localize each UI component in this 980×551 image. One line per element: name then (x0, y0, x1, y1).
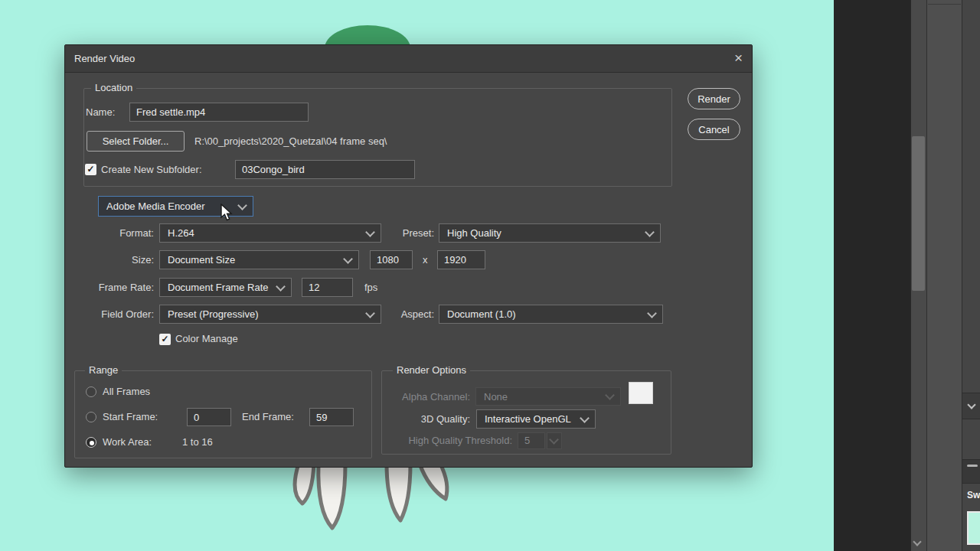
dialog-titlebar[interactable]: Render Video (65, 45, 752, 73)
subfolder-name-input[interactable]: 03Congo_bird (235, 160, 415, 179)
all-frames-label: All Frames (103, 382, 150, 401)
chevron-down-icon (645, 227, 655, 237)
field-order-select[interactable]: Preset (Progressive) (159, 305, 381, 324)
render-button[interactable]: Render (688, 88, 740, 109)
name-input[interactable]: Fred settle.mp4 (129, 103, 309, 122)
aspect-label: Aspect: (379, 305, 434, 324)
all-frames-radio[interactable] (86, 386, 96, 397)
aspect-select[interactable]: Document (1.0) (439, 305, 663, 324)
work-area-label: Work Area: (103, 432, 152, 452)
swatches-panel-label: Sw (967, 490, 980, 500)
field-order-label: Field Order: (83, 305, 154, 324)
render-options-legend: Render Options (393, 365, 470, 376)
fps-input[interactable]: 12 (302, 278, 353, 297)
vertical-scrollbar-thumb[interactable] (912, 136, 925, 291)
render-video-dialog: Render Video × Render Cancel Location Na… (64, 44, 753, 468)
start-frame-radio[interactable] (86, 412, 96, 422)
fps-suffix: fps (364, 278, 377, 297)
bird-feathers-artwork (288, 459, 462, 537)
format-select-value: H.264 (168, 227, 194, 239)
matte-color-swatch[interactable] (629, 382, 653, 404)
chevron-down-icon (276, 282, 286, 292)
app-pasteboard-panel (834, 0, 910, 551)
field-order-select-value: Preset (Progressive) (168, 308, 258, 320)
start-frame-label: Start Frame: (103, 407, 158, 426)
close-icon[interactable]: × (734, 51, 743, 66)
chevron-down-icon (967, 400, 975, 409)
3d-quality-label: 3D Quality: (390, 409, 470, 429)
format-label: Format: (83, 223, 154, 243)
hq-threshold-select (547, 432, 562, 449)
alpha-channel-label: Alpha Channel: (390, 387, 470, 406)
size-select[interactable]: Document Size (159, 250, 359, 269)
select-folder-button[interactable]: Select Folder... (87, 131, 185, 152)
3d-quality-select-value: Interactive OpenGL (485, 413, 571, 425)
location-legend: Location (91, 83, 136, 93)
3d-quality-select[interactable]: Interactive OpenGL (476, 409, 596, 429)
color-manage-label: Color Manage (175, 329, 238, 348)
width-input[interactable]: 1080 (370, 250, 413, 269)
check-icon: ✓ (87, 164, 94, 175)
encoder-select-value: Adobe Media Encoder (106, 201, 205, 212)
frame-rate-select-value: Document Frame Rate (168, 282, 269, 293)
aspect-select-value: Document (1.0) (447, 308, 516, 320)
mouse-cursor (220, 204, 234, 222)
chevron-down-icon (343, 254, 353, 264)
chevron-down-icon (647, 308, 657, 318)
range-legend: Range (85, 365, 122, 376)
alpha-channel-select: None (475, 387, 621, 406)
work-area-value: 1 to 16 (182, 432, 213, 452)
panel-divider (928, 4, 961, 5)
preset-label: Preset: (379, 223, 434, 243)
frame-rate-select[interactable]: Document Frame Rate (159, 278, 292, 297)
color-manage-checkbox[interactable]: ✓ (159, 334, 171, 345)
preset-select-value: High Quality (447, 227, 501, 239)
size-select-value: Document Size (168, 254, 235, 266)
start-frame-input[interactable]: 0 (187, 408, 231, 426)
size-x-separator: x (423, 250, 428, 269)
hq-threshold-input: 5 (518, 432, 545, 449)
create-subfolder-label: Create New Subfolder: (101, 160, 202, 179)
work-area-radio[interactable] (86, 437, 96, 448)
check-icon: ✓ (161, 334, 168, 345)
cancel-button[interactable]: Cancel (688, 119, 740, 140)
chevron-down-icon (365, 308, 375, 318)
panel-tab-dash-icon (967, 465, 978, 467)
chevron-down-icon (237, 201, 247, 210)
name-label: Name: (86, 103, 115, 122)
preset-select[interactable]: High Quality (439, 223, 661, 243)
side-panel-column (926, 0, 962, 551)
size-label: Size: (83, 250, 154, 269)
chevron-down-icon (605, 390, 615, 400)
chevron-down-icon (549, 435, 559, 445)
frame-rate-label: Frame Rate: (83, 278, 154, 297)
alpha-channel-select-value: None (484, 391, 508, 403)
dialog-title: Render Video (74, 53, 135, 64)
height-input[interactable]: 1920 (437, 250, 485, 269)
end-frame-input[interactable]: 59 (309, 408, 354, 426)
panel-collapse-button[interactable] (962, 393, 980, 419)
panel-tab-block[interactable] (962, 459, 980, 484)
end-frame-label: End Frame: (242, 407, 294, 426)
folder-path-text: R:\00_projects\2020_Quetzal\04 frame seq… (194, 132, 387, 151)
chevron-down-icon (365, 227, 375, 237)
color-swatch[interactable] (967, 511, 980, 545)
hq-threshold-label: High Quality Threshold: (390, 431, 512, 450)
format-select[interactable]: H.264 (159, 223, 381, 243)
scrollbar-down-arrow-icon[interactable] (914, 539, 920, 545)
create-subfolder-checkbox[interactable]: ✓ (85, 164, 96, 175)
chevron-down-icon (580, 413, 590, 423)
